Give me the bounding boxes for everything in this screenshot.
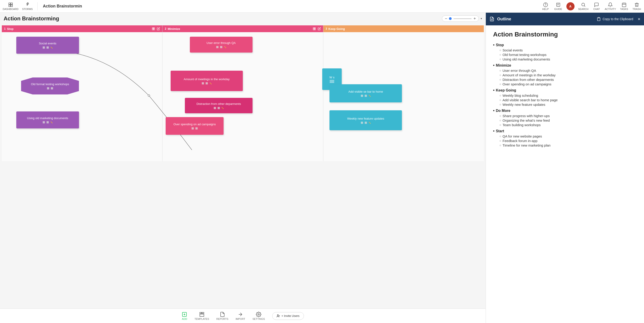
outline-section-title-stop: Stop bbox=[493, 43, 637, 47]
svg-point-5 bbox=[545, 6, 546, 6]
outline-close-button[interactable]: × bbox=[638, 17, 640, 22]
svg-rect-15 bbox=[154, 28, 155, 29]
outline-icon bbox=[490, 17, 494, 22]
nav-activity[interactable]: ACTIVITY bbox=[605, 2, 616, 11]
clipboard-icon bbox=[597, 17, 601, 21]
invite-icon bbox=[276, 314, 280, 318]
svg-point-8 bbox=[582, 3, 584, 6]
svg-rect-1 bbox=[11, 3, 12, 4]
outline-section-title-start: Start bbox=[493, 129, 637, 133]
note-social-events[interactable]: Social events ⬜⬜✏️ bbox=[16, 37, 79, 54]
nav-dashboard[interactable]: DASHBOARD bbox=[3, 2, 18, 11]
zoom-plus[interactable]: + bbox=[474, 17, 476, 21]
outline-panel: Outline Copy to the Clipboard × Action B… bbox=[486, 13, 644, 323]
canvas-header: Action Brainstorming − + ▾ bbox=[0, 13, 486, 24]
zoom-handle[interactable] bbox=[449, 17, 452, 20]
list-item: Add visible search bar to home page bbox=[500, 98, 637, 102]
outline-sublist-keep: Weekly blog scheduling Add visible searc… bbox=[493, 94, 637, 107]
toolbar-import[interactable]: IMPORT bbox=[236, 312, 245, 320]
nav-search[interactable]: SEARCH bbox=[578, 2, 588, 11]
note-weekly-new[interactable]: Weekly new feature updates ⬜⬜✏️ bbox=[330, 110, 402, 130]
svg-rect-26 bbox=[200, 312, 202, 313]
zoom-controls: − + bbox=[442, 16, 479, 22]
list-item: Over spending on ad campaigns bbox=[500, 82, 637, 86]
col-minimize-icon1[interactable] bbox=[313, 27, 316, 30]
svg-rect-27 bbox=[202, 312, 204, 313]
nav-guide[interactable]: GUIDE bbox=[554, 2, 563, 11]
nav-trash[interactable]: TRASH bbox=[632, 2, 641, 11]
note-user-error[interactable]: User error through QA ⬜⬜✏️ bbox=[190, 37, 252, 53]
svg-rect-16 bbox=[152, 29, 154, 30]
nav-separator bbox=[37, 2, 38, 11]
svg-line-9 bbox=[584, 6, 585, 7]
outline-section-start: Start QA for new website pages Feedback … bbox=[493, 129, 637, 147]
list-item: Timeline for new marketing plan bbox=[500, 143, 637, 147]
svg-rect-20 bbox=[313, 29, 314, 30]
toolbar-settings[interactable]: SETTINGS bbox=[252, 312, 265, 320]
svg-point-30 bbox=[277, 315, 278, 316]
bottom-toolbar: ADD TEMPLATES REPORTS IMPORT SETTINGS + … bbox=[0, 308, 486, 323]
outline-section-keep: Keep Going Weekly blog scheduling Add vi… bbox=[493, 88, 637, 107]
col-header-stop: 1 Stop bbox=[2, 25, 162, 32]
svg-rect-35 bbox=[598, 18, 600, 18]
svg-rect-18 bbox=[313, 28, 314, 29]
toolbar-reports[interactable]: REPORTS bbox=[216, 312, 228, 320]
outline-sections: Stop Social events Old format testing wo… bbox=[493, 43, 637, 147]
note-old-format[interactable]: Old format testing workshops ⬜⬜ bbox=[21, 78, 79, 95]
list-item: Amount of meetings in the workday bbox=[500, 73, 637, 77]
note-distraction[interactable]: Distraction from other deparments ⬜⬜✏️ bbox=[185, 98, 252, 113]
list-item: QA for new website pages bbox=[500, 134, 637, 138]
list-item: Social events bbox=[500, 48, 637, 52]
outline-section-do-more: Do More Share progress with higher-ups O… bbox=[493, 108, 637, 127]
board[interactable]: 1 Stop 2 Minimize bbox=[0, 24, 486, 308]
svg-rect-10 bbox=[622, 3, 626, 7]
list-item: Distraction from other deparments bbox=[500, 78, 637, 82]
zoom-dropdown[interactable]: ▾ bbox=[480, 17, 482, 20]
col-header-keep: 3 Keep Going bbox=[323, 25, 484, 32]
zoom-track bbox=[454, 18, 472, 19]
outline-title: Outline bbox=[497, 17, 594, 22]
list-item: Organizing the what's new feed bbox=[500, 118, 637, 122]
outline-section-title-do-more: Do More bbox=[493, 108, 637, 113]
zoom-minus[interactable]: − bbox=[445, 17, 447, 21]
note-add-visible[interactable]: Add visible se bar to home ⬜⬜✏️ bbox=[330, 84, 402, 102]
col-minimize-edit-icon[interactable] bbox=[318, 27, 321, 30]
invite-users-button[interactable]: + Invite Users bbox=[272, 312, 304, 320]
note-overspending[interactable]: Over spending on ad campaigns ⬜⬜ bbox=[166, 117, 224, 135]
svg-rect-17 bbox=[154, 29, 155, 30]
svg-rect-19 bbox=[314, 28, 316, 29]
nav-storms[interactable]: STORMS bbox=[22, 2, 33, 11]
list-item: Weekly blog scheduling bbox=[500, 94, 637, 97]
list-item: Using old marketing documents bbox=[500, 57, 637, 61]
toolbar-templates[interactable]: TEMPLATES bbox=[194, 312, 209, 320]
list-item: Team building workshops bbox=[500, 123, 637, 127]
svg-point-29 bbox=[258, 314, 259, 315]
list-item: Weekly new feature updates bbox=[500, 103, 637, 107]
outline-sublist-do-more: Share progress with higher-ups Organizin… bbox=[493, 114, 637, 127]
nav-right: HELP GUIDE A SEARCH CHAT ACTIVITY TASKS … bbox=[541, 2, 641, 11]
col-stop-edit-icon[interactable] bbox=[157, 27, 160, 30]
list-item: User error through QA bbox=[500, 69, 637, 73]
col-stop-icon1[interactable] bbox=[152, 27, 155, 30]
outline-sublist-minimize: User error through QA Amount of meetings… bbox=[493, 69, 637, 86]
nav-help[interactable]: HELP bbox=[541, 2, 550, 11]
board-title-nav: Action Brainstormin bbox=[43, 4, 538, 9]
copy-clipboard-button[interactable]: Copy to the Clipboard bbox=[597, 17, 633, 21]
user-avatar[interactable]: A bbox=[566, 2, 574, 11]
outline-section-stop: Stop Social events Old format testing wo… bbox=[493, 43, 637, 61]
outline-board-title: Action Brainstorming bbox=[493, 31, 637, 38]
svg-rect-14 bbox=[152, 28, 154, 29]
outline-sublist-stop: Social events Old format testing worksho… bbox=[493, 48, 637, 61]
note-meetings[interactable]: Amount of meetings in the workday ⬜⬜✏️ bbox=[170, 71, 243, 91]
svg-rect-21 bbox=[314, 29, 316, 30]
nav-tasks[interactable]: TASKS bbox=[620, 2, 628, 11]
canvas-area: Action Brainstorming − + ▾ 1 Stop bbox=[0, 13, 486, 323]
note-old-marketing[interactable]: Using old marketing documents ⬜⬜✏️ bbox=[16, 111, 79, 128]
outline-sublist-start: QA for new website pages Feedback forum … bbox=[493, 134, 637, 147]
outline-section-title-keep: Keep Going bbox=[493, 88, 637, 93]
svg-rect-3 bbox=[11, 5, 12, 6]
list-item: Old format testing workshops bbox=[500, 53, 637, 57]
list-item: Share progress with higher-ups bbox=[500, 114, 637, 118]
toolbar-add[interactable]: ADD bbox=[182, 312, 187, 320]
nav-chat[interactable]: CHAT bbox=[592, 2, 601, 11]
